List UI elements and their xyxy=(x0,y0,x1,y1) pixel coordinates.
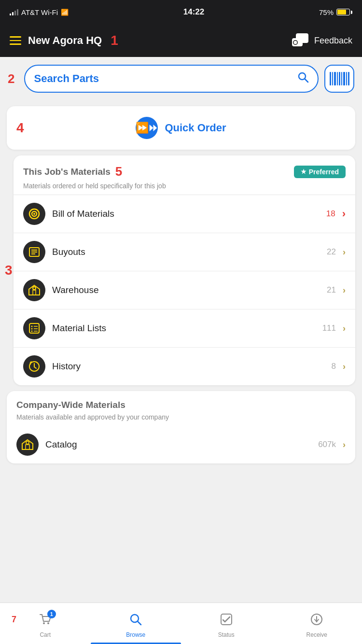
header-left: New Agora HQ 1 xyxy=(10,33,118,48)
svg-line-5 xyxy=(305,79,308,83)
svg-point-29 xyxy=(43,622,45,624)
company-header: Company-Wide Materials Materials availab… xyxy=(7,391,355,426)
list-item-material-lists[interactable]: Material Lists 111 › xyxy=(14,309,355,348)
svg-point-19 xyxy=(31,326,33,327)
status-bar: AT&T Wi-Fi 📶 14:22 75% xyxy=(0,0,362,24)
bom-label: Bill of Materials xyxy=(52,209,320,219)
bom-icon xyxy=(23,203,45,225)
preferred-badge: ★ Preferred xyxy=(294,166,346,178)
battery-percent: 75% xyxy=(319,8,334,16)
catalog-icon xyxy=(16,434,39,456)
job-materials-card: This Job's Materials 5 ★ Preferred Mater… xyxy=(14,155,355,385)
list-item-history[interactable]: History 8 › xyxy=(14,348,355,385)
star-icon: ★ xyxy=(301,168,306,175)
nav-browse-label: Browse xyxy=(126,631,145,638)
list-item-bom[interactable]: Bill of Materials 18 › xyxy=(14,195,355,233)
list-item-catalog[interactable]: Catalog 607k › xyxy=(7,426,355,463)
job-materials-badge: 5 xyxy=(115,164,122,179)
cart-number-badge: 7 xyxy=(12,615,16,625)
fast-forward-icon xyxy=(136,117,158,139)
warehouse-label: Warehouse xyxy=(52,285,320,295)
nav-cart[interactable]: 1 Cart 7 xyxy=(0,603,91,644)
browse-icon xyxy=(129,613,142,630)
svg-marker-6 xyxy=(150,125,153,131)
search-button[interactable] xyxy=(297,71,309,86)
svg-point-23 xyxy=(31,331,33,332)
list-item-buyouts[interactable]: Buyouts 22 › xyxy=(14,233,355,271)
status-left: AT&T Wi-Fi 📶 xyxy=(10,8,69,16)
quick-order-card[interactable]: 4 Quick Order xyxy=(7,106,355,150)
company-wide-card: Company-Wide Materials Materials availab… xyxy=(7,391,355,463)
catalog-count: 607k xyxy=(318,440,336,449)
feedback-button[interactable]: Feedback xyxy=(292,33,352,48)
buyouts-icon xyxy=(23,241,45,263)
svg-point-21 xyxy=(31,328,33,330)
nav-status-label: Status xyxy=(218,631,235,638)
carrier-label: AT&T Wi-Fi xyxy=(21,8,58,16)
nav-status[interactable]: Status xyxy=(181,603,272,644)
time-display: 14:22 xyxy=(183,7,204,17)
status-icon xyxy=(220,613,233,630)
quick-order-label: Quick Order xyxy=(165,122,226,134)
search-input[interactable] xyxy=(34,72,297,85)
svg-rect-18 xyxy=(29,323,39,333)
feedback-label: Feedback xyxy=(314,36,352,46)
history-icon xyxy=(23,355,45,378)
material-lists-icon xyxy=(23,317,45,339)
job-materials-header: This Job's Materials 5 ★ Preferred Mater… xyxy=(14,155,355,195)
history-chevron: › xyxy=(343,362,346,372)
main-content: 4 Quick Order 3 This Job's Materials 5 ★… xyxy=(0,100,362,512)
feedback-icon xyxy=(292,33,309,48)
header-badge: 1 xyxy=(111,33,118,48)
svg-rect-16 xyxy=(33,290,36,295)
warehouse-count: 21 xyxy=(327,285,336,295)
buyouts-chevron: › xyxy=(343,247,346,257)
svg-rect-12 xyxy=(31,250,37,251)
barcode-icon xyxy=(330,72,349,85)
status-right: 75% xyxy=(319,8,352,16)
buyouts-label: Buyouts xyxy=(52,247,320,257)
preferred-label: Preferred xyxy=(309,168,339,176)
search-area: 2 xyxy=(0,57,362,100)
warehouse-chevron: › xyxy=(343,285,346,295)
nav-cart-label: Cart xyxy=(40,631,51,638)
svg-rect-13 xyxy=(31,252,37,252)
svg-point-10 xyxy=(33,213,35,215)
list-item-warehouse[interactable]: Warehouse 21 › xyxy=(14,271,355,309)
material-lists-chevron: › xyxy=(343,323,346,334)
job-materials-title: This Job's Materials xyxy=(23,167,111,177)
receive-icon xyxy=(310,613,323,630)
quick-order-row[interactable]: 4 Quick Order xyxy=(7,106,355,150)
battery-icon xyxy=(336,9,352,15)
company-title: Company-Wide Materials xyxy=(16,400,346,410)
cart-icon: 1 xyxy=(39,613,52,630)
bom-count: 18 xyxy=(326,209,335,219)
history-count: 8 xyxy=(332,362,336,371)
nav-receive[interactable]: Receive xyxy=(272,603,362,644)
svg-line-32 xyxy=(138,622,141,625)
svg-rect-14 xyxy=(31,253,35,254)
menu-button[interactable] xyxy=(10,36,21,45)
app-title: New Agora HQ xyxy=(28,34,102,47)
catalog-chevron: › xyxy=(343,440,346,450)
nav-browse[interactable]: Browse xyxy=(91,603,181,644)
wifi-icon: 📶 xyxy=(61,9,69,16)
svg-point-31 xyxy=(131,615,139,622)
catalog-label: Catalog xyxy=(45,439,311,450)
job-materials-title-row: This Job's Materials 5 ★ Preferred xyxy=(23,164,346,179)
bom-chevron: › xyxy=(342,208,346,220)
cart-badge: 1 xyxy=(47,610,56,618)
svg-point-30 xyxy=(47,622,49,624)
barcode-button[interactable] xyxy=(324,65,354,93)
warehouse-icon xyxy=(23,279,45,301)
quick-order-badge: 4 xyxy=(16,120,24,136)
job-materials-subtitle: Materials ordered or held specifically f… xyxy=(23,182,346,190)
company-subtitle: Materials available and approved by your… xyxy=(16,413,346,421)
nav-receive-label: Receive xyxy=(306,631,327,638)
svg-point-28 xyxy=(26,441,29,444)
bottom-nav: 1 Cart 7 Browse Status xyxy=(0,602,362,644)
section-3-badge: 3 xyxy=(5,263,13,278)
history-label: History xyxy=(52,361,325,372)
signal-icon xyxy=(10,9,18,15)
buyouts-count: 22 xyxy=(327,247,336,257)
